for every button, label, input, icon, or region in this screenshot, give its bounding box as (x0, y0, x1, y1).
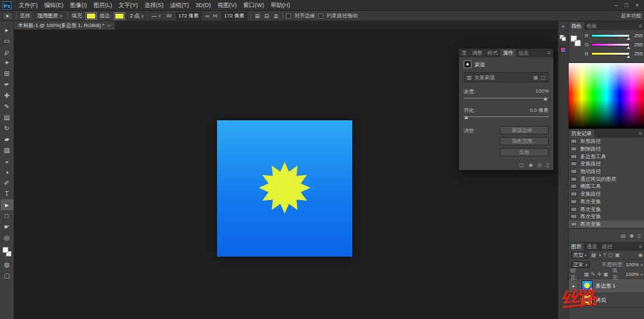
workspace-switcher[interactable]: 基本功能 (621, 12, 641, 19)
path-alignment-icon[interactable]: ⊟ (263, 13, 270, 19)
blur-tool[interactable]: ◒ (1, 156, 14, 167)
tab-color[interactable]: 颜色 (569, 22, 584, 30)
tab-layers[interactable]: 图层 (569, 242, 584, 251)
history-item[interactable]: 通过拷贝的图层 (569, 175, 644, 183)
tab-paths[interactable]: 路径 (600, 242, 615, 251)
apply-mask-icon[interactable]: ◉ (529, 162, 533, 168)
clone-stamp-tool[interactable]: ▤ (1, 112, 14, 123)
menu-select[interactable]: 选择(S) (141, 0, 167, 11)
stroke-width-field[interactable]: 2 点 ▾ (128, 12, 146, 20)
filter-shape-icon[interactable]: ▢ (608, 252, 613, 258)
screen-mode-button[interactable]: ▢ (1, 270, 14, 281)
new-snapshot-icon[interactable]: ◉ (630, 233, 634, 239)
menu-help[interactable]: 帮助(H) (267, 0, 294, 11)
tab-adjustments[interactable]: 调整 (469, 49, 485, 57)
red-slider-thumb[interactable] (627, 37, 630, 40)
lasso-tool[interactable]: ℘ (1, 46, 14, 57)
foreground-background-swatches[interactable] (571, 35, 582, 48)
history-item[interactable]: 再次变换 (569, 213, 644, 221)
color-range-button[interactable]: 颜色范围... (500, 137, 549, 145)
history-item[interactable]: 再次变换 (569, 198, 644, 206)
history-item[interactable]: 矩形路径 (569, 138, 644, 145)
blue-value[interactable]: 255 (632, 51, 643, 57)
vector-mask-row[interactable]: ▧ 矢量蒙版 ▦ ▢ (464, 72, 549, 82)
add-vector-mask-icon[interactable]: ▢ (540, 75, 545, 80)
red-value[interactable]: 255 (632, 33, 643, 39)
menu-layer[interactable]: 图层(L) (90, 0, 115, 11)
panel-menu-icon[interactable]: ≡ (636, 129, 644, 138)
history-item[interactable]: 椭圆工具 (569, 183, 644, 190)
history-item[interactable]: 多边形工具 (569, 152, 644, 160)
fill-color-swatch[interactable] (86, 13, 96, 19)
type-tool[interactable]: T (1, 188, 14, 199)
blue-slider[interactable] (591, 52, 630, 55)
delete-state-icon[interactable]: ▯ (638, 233, 641, 239)
history-item[interactable]: 拖动路径 (569, 168, 644, 176)
path-arrangement-icon[interactable]: ≣ (273, 13, 279, 19)
foreground-background-swatches[interactable] (1, 245, 14, 259)
quick-mask-button[interactable]: ◍ (1, 259, 14, 270)
minimize-button[interactable]: – (614, 2, 618, 8)
feather-slider-thumb[interactable] (464, 116, 468, 119)
load-selection-icon[interactable]: ▢ (519, 162, 524, 168)
close-button[interactable]: × (636, 2, 639, 8)
tab-close-icon[interactable]: × (108, 23, 111, 28)
add-pixel-mask-icon[interactable]: ▦ (533, 75, 538, 80)
feather-slider[interactable] (464, 115, 549, 120)
filter-pixel-icon[interactable]: ▦ (591, 252, 596, 258)
menu-edit[interactable]: 编辑(E) (41, 0, 67, 11)
crop-tool[interactable]: ⊞ (1, 68, 14, 79)
lock-pixels-icon[interactable]: ✎ (591, 271, 596, 277)
density-slider-thumb[interactable] (544, 97, 547, 100)
delete-mask-icon[interactable]: ▯ (547, 162, 549, 168)
lock-transparent-icon[interactable]: ▦ (584, 271, 589, 277)
photoshop-logo-icon[interactable]: Ps (3, 1, 12, 10)
hand-tool[interactable]: ☛ (1, 221, 14, 232)
history-item-current[interactable]: 再次变换 (569, 221, 644, 228)
document-tab[interactable]: 未标题-1 @ 100%(多边形 1, RGB/8) * × (14, 21, 115, 30)
lock-position-icon[interactable]: ✛ (597, 271, 601, 277)
filter-adjustment-icon[interactable]: ◑ (598, 252, 601, 258)
healing-brush-tool[interactable]: ✚ (1, 90, 14, 101)
tab-properties[interactable]: 属性 (500, 49, 516, 57)
history-item[interactable]: 变换路径 (569, 190, 644, 198)
green-slider-thumb[interactable] (627, 46, 630, 49)
layer-name[interactable]: 多边形 1 (596, 282, 616, 289)
density-slider[interactable] (464, 96, 549, 101)
red-slider[interactable] (591, 34, 630, 37)
swatches-panel-icon[interactable] (560, 35, 567, 42)
path-selection-tool[interactable]: ▸ (1, 199, 14, 210)
menu-filter[interactable]: 滤镜(T) (167, 0, 193, 11)
blue-slider-thumb[interactable] (627, 55, 630, 58)
current-tool-icon[interactable]: ▸ (3, 12, 13, 20)
tab-channels[interactable]: 通道 (584, 242, 600, 251)
filter-kind-dropdown[interactable]: 类型 ▾ (571, 251, 589, 259)
color-spectrum-picker[interactable] (569, 62, 644, 129)
history-item[interactable]: 再次变换 (569, 205, 644, 213)
shape-tool[interactable]: □ (1, 210, 14, 221)
pen-tool[interactable]: ✐ (1, 178, 14, 188)
stroke-type-dropdown[interactable]: — ▾ (149, 12, 163, 20)
panel-menu-icon[interactable]: ≡ (636, 242, 644, 251)
history-brush-tool[interactable]: ↻ (1, 123, 14, 134)
menu-window[interactable]: 窗口(W) (240, 0, 268, 11)
panel-menu-icon[interactable]: ≡ (636, 22, 644, 30)
layer-name[interactable]: 拷贝 (596, 296, 606, 304)
maximize-button[interactable]: □ (625, 2, 628, 8)
brush-tool[interactable]: ✎ (1, 101, 14, 112)
menu-image[interactable]: 图像(I) (67, 0, 91, 11)
foreground-color-swatch[interactable] (3, 247, 8, 253)
color-picker-panel-icon[interactable] (560, 47, 566, 53)
menu-view[interactable]: 视图(V) (214, 0, 240, 11)
tab-info[interactable]: 信息 (516, 49, 531, 57)
tab-libraries[interactable]: 库 (459, 49, 469, 57)
tab-swatches[interactable]: 色板 (584, 22, 600, 30)
new-document-from-state-icon[interactable]: ▤ (621, 233, 626, 239)
link-dimensions-icon[interactable]: ∞ (205, 13, 210, 19)
constrain-path-checkbox[interactable] (318, 14, 323, 19)
quick-selection-tool[interactable]: ✦ (1, 57, 14, 68)
invert-button[interactable]: 反相 (500, 148, 549, 156)
opacity-value[interactable]: 100% (626, 262, 639, 268)
history-item[interactable]: 删除路径 (569, 145, 644, 153)
path-operations-icon[interactable]: ⊞ (254, 13, 261, 19)
